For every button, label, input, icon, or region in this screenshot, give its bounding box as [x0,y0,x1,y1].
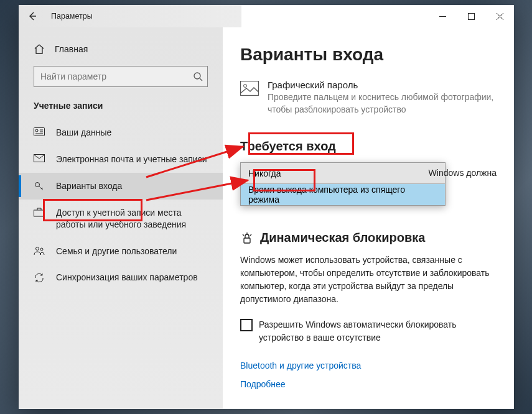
svg-line-6 [200,78,202,81]
minimize-icon [439,13,446,20]
sync-icon [34,272,45,283]
close-button[interactable] [485,5,514,27]
key-icon [34,181,45,192]
desktop-background: Параметры Главная [0,0,532,414]
sidebar-item-label: Семья и другие пользователи [56,246,208,257]
home-icon [34,44,45,55]
more-info-link[interactable]: Подробнее [240,379,497,389]
sidebar-item-your-info[interactable]: Ваши данные [19,119,223,146]
sidebar-item-label: Электронная почта и учетные записи [56,154,208,165]
home-label: Главная [55,44,88,54]
bluetooth-link[interactable]: Bluetooth и другие устройства [240,361,497,370]
titlebar: Параметры [19,5,514,27]
home-nav[interactable]: Главная [19,39,223,66]
dynamic-lock-checkbox-row[interactable]: Разрешить Windows автоматически блокиров… [240,318,497,344]
sidebar-item-label: Синхронизация ваших параметров [56,272,208,283]
mail-icon [34,154,45,162]
sidebar-item-signin-options[interactable]: Варианты входа [19,173,223,200]
require-signin-title: Требуется вход [240,139,497,154]
svg-point-8 [35,129,38,132]
sidebar-item-email[interactable]: Электронная почта и учетные записи [19,146,223,173]
dynamic-lock-icon [240,231,254,245]
svg-point-13 [35,182,40,186]
settings-window: Параметры Главная [19,5,514,409]
search-input[interactable] [34,66,208,87]
people-icon [34,246,45,255]
minimize-button[interactable] [428,5,457,27]
search-icon [193,71,203,81]
dynamic-lock-desc: Windows может использовать устройства, с… [240,254,497,306]
dropdown-option-never[interactable]: Никогда [241,163,445,184]
svg-rect-16 [34,210,45,216]
picture-password-title: Графический пароль [268,80,497,90]
svg-rect-21 [244,238,250,243]
picture-password-row[interactable]: Графический пароль Проведите пальцем и к… [240,80,497,116]
svg-line-15 [42,188,43,189]
svg-rect-2 [468,13,474,19]
checkbox[interactable] [240,319,253,331]
require-signin-dropdown[interactable]: Никогда Время выхода компьютера из спяще… [240,162,446,206]
svg-point-17 [36,247,39,250]
briefcase-icon [34,208,45,217]
svg-point-18 [40,248,43,251]
back-button[interactable] [19,5,46,27]
svg-point-5 [194,73,200,79]
dynamic-lock-title: Динамическая блокировка [260,231,425,245]
sidebar-item-label: Ваши данные [56,127,208,139]
close-icon [497,13,503,20]
checkbox-label: Разрешить Windows автоматически блокиров… [259,318,497,344]
back-arrow-icon [27,11,37,21]
maximize-icon [468,13,475,20]
picture-icon [240,81,259,96]
person-card-icon [34,127,45,136]
content-pane: Варианты входа Графический пароль Провед… [223,27,514,409]
sidebar-item-label: Доступ к учетной записи места работы или… [56,207,208,231]
svg-point-20 [244,85,247,88]
dropdown-option-sleep[interactable]: Время выхода компьютера из спящего режим… [241,184,445,205]
sidebar-item-work-access[interactable]: Доступ к учетной записи места работы или… [19,200,223,238]
maximize-button[interactable] [457,5,485,27]
svg-rect-19 [241,81,259,96]
sidebar-item-label: Варианты входа [56,180,208,192]
sidebar-item-sync[interactable]: Синхронизация ваших параметров [19,264,223,291]
picture-password-desc: Проведите пальцем и коснитесь любимой фо… [268,91,497,116]
sidebar-item-family[interactable]: Семья и другие пользователи [19,238,223,265]
sidebar: Главная Учетные записи Ваши данные Элект… [19,27,223,409]
require-signin-desc-tail: Windows должна [429,168,497,178]
window-title: Параметры [46,12,93,21]
page-title: Варианты входа [240,45,497,65]
sidebar-section-header: Учетные записи [19,101,223,119]
